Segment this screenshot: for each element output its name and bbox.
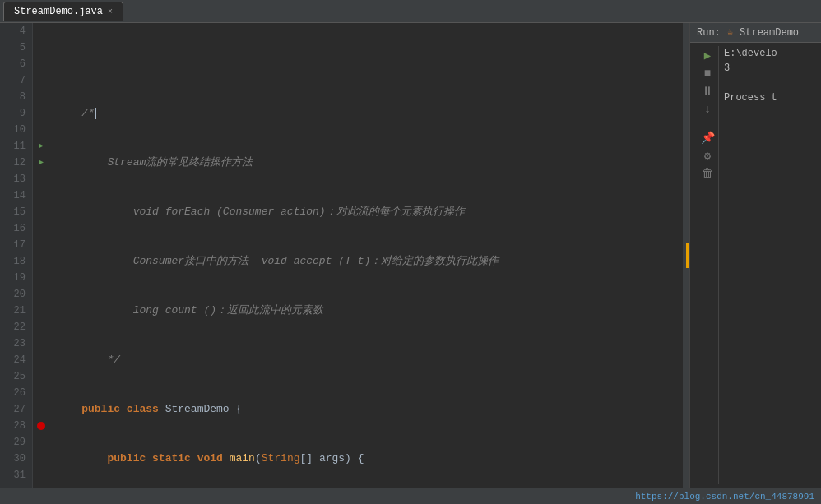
run-panel-header: Run: ☕ StreamDemo <box>690 23 821 43</box>
output-line-4: Process t <box>724 90 814 105</box>
line-11: public class StreamDemo { <box>56 401 676 418</box>
run-arrow-12[interactable]: ▶ <box>39 155 44 171</box>
bottom-bar: https://blog.csdn.net/cn_44878991 <box>0 488 821 504</box>
run-play-button[interactable]: ▶ <box>700 48 715 62</box>
gutter: ▶ ▶ <box>33 23 49 488</box>
run-output-content: E:\develo 3 Process t <box>724 46 814 484</box>
status-url: https://blog.csdn.net/cn_44878991 <box>635 492 814 502</box>
line-7: void forEach (Consumer action)：对此流的每个元素执… <box>56 204 676 220</box>
line-9: long count ()：返回此流中的元素数 <box>56 303 676 319</box>
scrollbar[interactable] <box>683 23 689 488</box>
editor-pane: 4 5 6 7 8 9 10 11 12 13 14 15 16 17 18 1… <box>0 23 689 488</box>
run-panel: Run: ☕ StreamDemo ▶ ■ ⏸ ↓ 📌 ⚙ 🗑 E <box>689 23 821 488</box>
line-6: Stream流的常见终结操作方法 <box>56 155 676 171</box>
line-5: /* <box>56 105 676 122</box>
run-pin-button[interactable]: 📌 <box>700 130 715 145</box>
run-label: Run: <box>697 27 721 39</box>
run-arrow-11[interactable]: ▶ <box>39 138 44 155</box>
code-editor[interactable]: /* Stream流的常见终结操作方法 void forEach (Consum… <box>49 23 683 488</box>
output-line-1: E:\develo <box>724 46 814 61</box>
tab-stream-demo[interactable]: StreamDemo.java × <box>3 2 123 21</box>
line-4 <box>56 56 676 72</box>
run-inner: ▶ ■ ⏸ ↓ 📌 ⚙ 🗑 E:\develo 3 Process t <box>697 46 814 484</box>
run-stop-button[interactable]: ■ <box>700 66 715 81</box>
line-numbers: 4 5 6 7 8 9 10 11 12 13 14 15 16 17 18 1… <box>0 23 33 488</box>
run-java-icon: ☕ <box>727 26 733 39</box>
run-step-button[interactable]: ↓ <box>700 102 715 117</box>
output-line-3 <box>724 76 814 90</box>
tab-close-icon[interactable]: × <box>108 7 113 16</box>
run-output-area: ▶ ■ ⏸ ↓ 📌 ⚙ 🗑 E:\develo 3 Process t <box>690 43 821 488</box>
main-area: 4 5 6 7 8 9 10 11 12 13 14 15 16 17 18 1… <box>0 23 821 488</box>
code-container[interactable]: 4 5 6 7 8 9 10 11 12 13 14 15 16 17 18 1… <box>0 23 689 488</box>
run-tab-label: StreamDemo <box>740 27 799 39</box>
line-8: Consumer接口中的方法 void accept (T t)：对给定的参数执… <box>56 253 676 270</box>
breakpoint-28[interactable] <box>37 422 45 430</box>
run-settings-button[interactable]: ⚙ <box>700 148 715 163</box>
line-10: */ <box>56 352 676 368</box>
scroll-thumb[interactable] <box>686 243 689 268</box>
run-pause-button[interactable]: ⏸ <box>700 84 715 99</box>
run-side-toolbar: ▶ ■ ⏸ ↓ 📌 ⚙ 🗑 <box>697 46 719 484</box>
output-line-2: 3 <box>724 61 814 76</box>
tab-label: StreamDemo.java <box>14 6 103 17</box>
line-12: public static void main(String[] args) { <box>56 451 676 467</box>
run-clear-button[interactable]: 🗑 <box>700 166 715 181</box>
tab-bar: StreamDemo.java × <box>0 0 821 23</box>
